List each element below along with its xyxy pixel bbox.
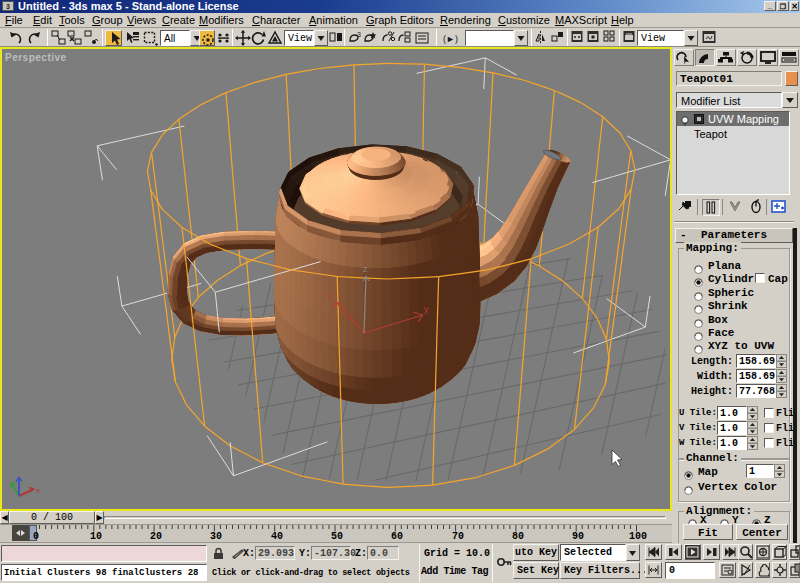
svg-text:x: x xyxy=(328,291,333,301)
svg-text:(►): (►) xyxy=(443,34,458,44)
svg-text:x: x xyxy=(36,486,40,495)
svg-text:Perspective: Perspective xyxy=(5,52,67,63)
svg-text:3: 3 xyxy=(357,31,361,38)
svg-text:z: z xyxy=(363,264,368,274)
svg-text:y: y xyxy=(424,304,429,314)
